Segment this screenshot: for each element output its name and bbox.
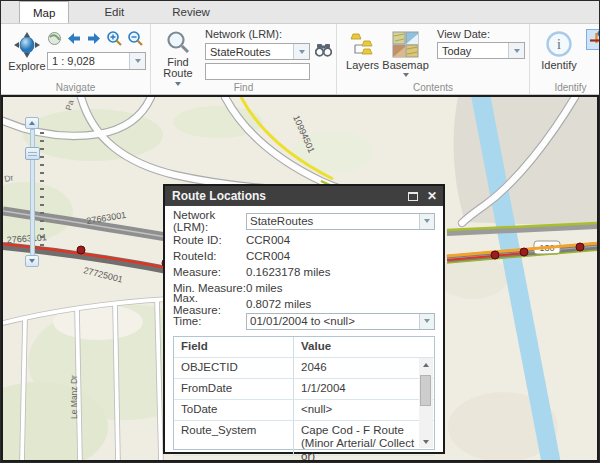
- group-find: Find Route Network (LRM): StateRoutes: [151, 24, 337, 94]
- find-route-search-input[interactable]: [205, 63, 310, 80]
- field-label-network: Network (LRM):: [173, 209, 246, 233]
- view-date-dropdown-arrow[interactable]: [508, 43, 524, 58]
- tab-edit[interactable]: Edit: [91, 1, 137, 23]
- zoom-slider-ticks: [40, 132, 44, 252]
- street-label-partial-pa: Pa: [63, 99, 75, 112]
- network-lrm-label: Network (LRM):: [205, 28, 332, 40]
- basemap-icon: [392, 31, 419, 60]
- group-navigate: Explore: [1, 24, 151, 94]
- column-header-field: Field: [174, 337, 294, 357]
- scale-dropdown-arrow[interactable]: [129, 53, 145, 69]
- field-value-route-id: CCR004: [246, 234, 435, 246]
- find-route-icon: [166, 30, 191, 57]
- identify-route-locations-icon: i: [588, 29, 600, 50]
- basemap-dropdown-arrow[interactable]: [403, 73, 409, 77]
- identify-icon: i: [545, 30, 573, 60]
- road-olive-right: [447, 223, 599, 233]
- app-window: Map Edit Review Explore: [0, 0, 600, 463]
- route-label-27725001: 27725001: [83, 265, 124, 284]
- attribute-table: Field Value OBJECTID 2046 FromDate 1/1/2…: [173, 336, 435, 450]
- table-row[interactable]: FromDate 1/1/2004: [174, 379, 434, 400]
- network-combo[interactable]: StateRoutes: [246, 213, 435, 230]
- basemap-button[interactable]: Basemap: [382, 31, 429, 77]
- dialog-body: Network (LRM): StateRoutes Route ID: CCR…: [165, 206, 443, 454]
- network-combo-arrow[interactable]: [419, 214, 434, 229]
- scrollbar-up-arrow[interactable]: [419, 358, 433, 371]
- field-value-max-measure: 0.8072 miles: [246, 298, 435, 310]
- field-label-route-id: Route ID:: [173, 234, 246, 246]
- view-date-label: View Date:: [437, 28, 525, 40]
- layers-button[interactable]: Layers: [343, 31, 382, 71]
- table-row[interactable]: OBJECTID 2046: [174, 358, 434, 379]
- field-label-measure: Measure:: [173, 266, 246, 278]
- field-value-routeid: CCR004: [246, 250, 435, 262]
- table-row[interactable]: ToDate <null>: [174, 400, 434, 421]
- group-contents: Layers Basemap: [337, 24, 530, 94]
- group-identify: i Identify i Identify: [530, 24, 600, 94]
- zoom-slider-up-button[interactable]: [25, 117, 39, 129]
- view-date-combo[interactable]: Today: [437, 42, 525, 59]
- street-label-le-manz-dr: Le Manz Dr: [69, 375, 79, 419]
- network-dropdown-arrow[interactable]: [293, 44, 309, 59]
- explore-icon: [13, 31, 41, 61]
- ribbon: Explore: [1, 24, 599, 95]
- route-locations-dialog: Route Locations ✕ Network (LRM): StateRo…: [163, 184, 445, 454]
- column-header-value: Value: [294, 337, 434, 357]
- scrollbar-down-arrow[interactable]: [419, 435, 433, 448]
- street-label-partial-dr: Dr: [3, 172, 14, 184]
- close-icon[interactable]: ✕: [427, 191, 437, 201]
- table-row[interactable]: Route_System Cape Cod - F Route (Minor A…: [174, 421, 434, 456]
- svg-text:i: i: [557, 37, 561, 52]
- field-value-measure: 0.1623178 miles: [246, 266, 435, 278]
- identify-button[interactable]: i Identify: [540, 30, 578, 71]
- field-label-routeid: RouteId:: [173, 250, 246, 262]
- scrollbar-thumb[interactable]: [420, 375, 431, 406]
- fixed-zoom-in-icon[interactable]: [106, 30, 123, 51]
- tab-review[interactable]: Review: [159, 1, 223, 23]
- time-combo-arrow[interactable]: [419, 314, 434, 329]
- fixed-zoom-out-icon[interactable]: [127, 30, 144, 51]
- maximize-icon[interactable]: [408, 192, 418, 201]
- next-extent-icon[interactable]: [86, 31, 102, 49]
- explore-button[interactable]: Explore: [7, 31, 47, 72]
- field-value-min-measure: 0 miles: [246, 282, 435, 294]
- tab-map[interactable]: Map: [19, 1, 69, 23]
- network-lrm-combo[interactable]: StateRoutes: [205, 43, 310, 60]
- dialog-titlebar[interactable]: Route Locations ✕: [165, 186, 443, 206]
- table-scrollbar[interactable]: [419, 358, 433, 448]
- table-header-row: Field Value: [174, 337, 434, 358]
- map-viewport[interactable]: 130 27663001 27663101 27725001 10994501 …: [1, 95, 599, 462]
- zoom-slider-thumb[interactable]: [25, 147, 40, 160]
- ribbon-tabstrip: Map Edit Review: [1, 1, 599, 24]
- dialog-title: Route Locations: [172, 189, 408, 203]
- map-zoom-slider: [25, 117, 47, 267]
- zoom-slider-down-button[interactable]: [25, 255, 39, 267]
- binoculars-icon[interactable]: [315, 42, 332, 61]
- full-extent-icon[interactable]: [47, 31, 62, 50]
- time-combo[interactable]: 01/01/2004 to <null>: [246, 313, 435, 330]
- field-label-max-measure: Max. Measure:: [173, 292, 246, 316]
- field-label-time: Time:: [173, 315, 246, 327]
- find-route-button[interactable]: Find Route: [157, 30, 199, 86]
- previous-extent-icon[interactable]: [66, 31, 82, 49]
- identify-route-locations-button[interactable]: i: [586, 29, 600, 50]
- map-scale-combo[interactable]: 1 : 9,028: [47, 52, 146, 70]
- layers-icon: [349, 31, 376, 60]
